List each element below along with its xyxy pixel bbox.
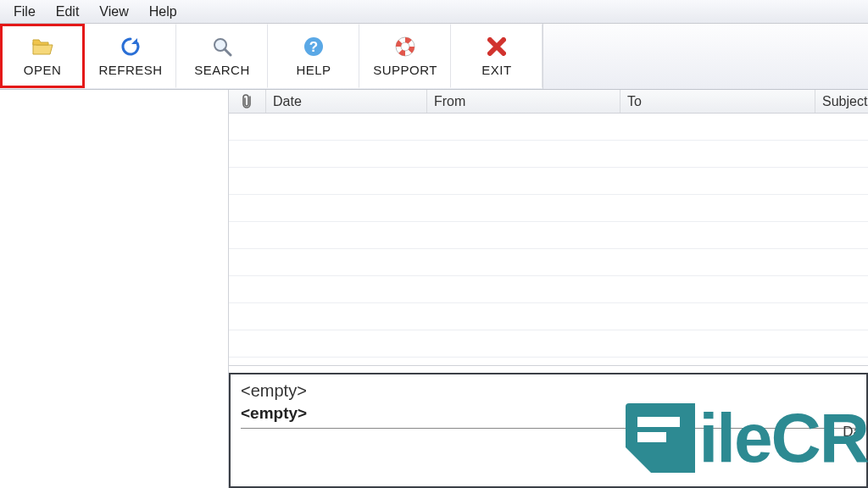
folder-tree-sidebar[interactable] (0, 90, 229, 488)
column-from[interactable]: From (427, 90, 620, 113)
column-date[interactable]: Date (266, 90, 427, 113)
menu-help[interactable]: Help (139, 1, 187, 23)
refresh-label: REFRESH (98, 63, 162, 77)
message-list-body[interactable] (229, 114, 868, 366)
lifebuoy-icon (394, 36, 416, 58)
exit-label: EXIT (481, 63, 511, 77)
support-label: SUPPORT (373, 63, 437, 77)
paperclip-icon (241, 93, 254, 110)
column-subject[interactable]: Subject (815, 90, 868, 113)
toolbar-spacer (542, 24, 868, 89)
message-list-header: Date From To Subject (229, 90, 868, 114)
toolbar: OPEN REFRESH SEARCH ? HELP (0, 24, 868, 90)
refresh-button[interactable]: REFRESH (85, 24, 176, 88)
content-area: Date From To Subject <empty> <empty> Da (0, 90, 868, 488)
column-attachment[interactable] (229, 90, 266, 113)
close-icon (486, 36, 508, 58)
preview-from: <empty> (241, 404, 856, 423)
refresh-icon (120, 36, 142, 58)
preview-date-label: Da (843, 424, 861, 441)
menubar: File Edit View Help (0, 0, 868, 24)
help-icon: ? (303, 36, 325, 58)
support-button[interactable]: SUPPORT (359, 24, 451, 88)
preview-pane: <empty> <empty> Da (229, 373, 868, 488)
exit-button[interactable]: EXIT (451, 24, 542, 88)
menu-view[interactable]: View (89, 1, 138, 23)
open-button[interactable]: OPEN (0, 24, 85, 88)
help-label: HELP (296, 63, 331, 77)
svg-line-1 (225, 49, 231, 55)
preview-pane-wrapper: <empty> <empty> Da (229, 366, 868, 488)
preview-subject: <empty> (241, 381, 856, 404)
column-to[interactable]: To (620, 90, 815, 113)
search-icon (211, 36, 233, 58)
folder-open-icon (31, 36, 53, 58)
search-label: SEARCH (194, 63, 250, 77)
help-button[interactable]: ? HELP (268, 24, 359, 88)
main-panel: Date From To Subject <empty> <empty> Da (229, 90, 868, 488)
open-label: OPEN (24, 63, 62, 77)
search-button[interactable]: SEARCH (176, 24, 268, 88)
preview-divider (241, 428, 856, 429)
menu-file[interactable]: File (3, 1, 46, 23)
svg-text:?: ? (309, 39, 318, 55)
menu-edit[interactable]: Edit (46, 1, 90, 23)
